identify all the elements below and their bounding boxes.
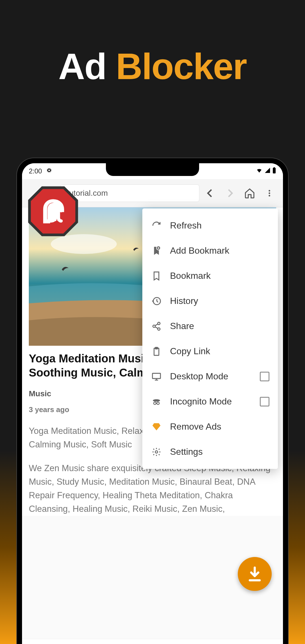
article-category[interactable]: Music [29,389,51,398]
menu-bookmark[interactable]: Bookmark [142,263,278,288]
menu-incognito-mode[interactable]: Incognito Mode [142,389,278,414]
menu-share-label: Share [170,321,194,331]
menu-desktop-mode[interactable]: Desktop Mode [142,364,278,389]
svg-point-3 [269,192,270,194]
menu-history[interactable]: History [142,288,278,314]
forward-button[interactable] [221,184,239,202]
wifi-icon [256,167,263,175]
menu-share[interactable]: Share [142,314,278,339]
clipboard-icon [151,347,162,356]
phone-screen: 2:00 tutorial.com [22,163,283,644]
menu-desktop-mode-label: Desktop Mode [170,371,228,382]
adblock-badge-icon [25,183,81,240]
hero-title: Ad Blocker [0,0,305,88]
svg-rect-0 [273,168,276,173]
menu-remove-ads[interactable]: Remove Ads [142,414,278,439]
svg-point-16 [153,399,160,402]
menu-remove-ads-label: Remove Ads [170,421,221,432]
hero-word2: Blocker [116,46,247,87]
menu-refresh[interactable]: Refresh [142,213,278,238]
svg-point-12 [158,328,160,330]
back-button[interactable] [201,184,219,202]
status-time: 2:00 [29,167,42,175]
menu-incognito-mode-label: Incognito Mode [170,396,232,407]
battery-icon [272,167,276,175]
menu-add-bookmark[interactable]: Add Bookmark [142,238,278,263]
history-icon [151,296,162,306]
menu-history-label: History [170,296,198,306]
svg-rect-1 [274,167,275,168]
svg-point-4 [269,195,270,197]
phone-frame: 2:00 tutorial.com [17,158,288,644]
incognito-mode-checkbox[interactable] [260,397,269,406]
menu-add-bookmark-label: Add Bookmark [170,245,229,256]
svg-point-17 [154,402,156,404]
add-bookmark-icon [151,246,162,256]
share-icon [151,321,162,331]
incognito-icon [151,397,162,406]
phone-notch [106,163,199,176]
svg-point-10 [158,322,160,325]
article-body: We Zen Music share exquisitely crafted S… [29,462,276,516]
signal-icon [264,167,271,175]
settings-icon [151,447,162,457]
menu-settings[interactable]: Settings [142,439,278,464]
menu-bookmark-label: Bookmark [170,271,211,281]
home-button[interactable] [241,184,259,202]
gem-icon [151,422,162,432]
refresh-icon [151,221,162,230]
desktop-mode-checkbox[interactable] [260,372,269,381]
hero-word1: Ad [58,46,106,87]
menu-copy-link[interactable]: Copy Link [142,339,278,364]
download-fab[interactable] [238,557,272,591]
bookmark-icon [151,271,162,281]
menu-refresh-label: Refresh [170,220,202,231]
svg-point-11 [153,325,155,327]
more-button[interactable] [260,184,278,202]
overflow-menu: Refresh Add Bookmark Bookmark History Sh… [142,208,278,469]
svg-point-2 [269,190,270,192]
gear-icon [46,167,52,175]
svg-point-18 [157,402,159,404]
desktop-icon [151,372,162,381]
menu-settings-label: Settings [170,447,203,457]
svg-point-19 [155,451,158,453]
menu-copy-link-label: Copy Link [170,346,210,356]
bottom-nav [22,639,283,644]
svg-rect-15 [152,373,160,378]
